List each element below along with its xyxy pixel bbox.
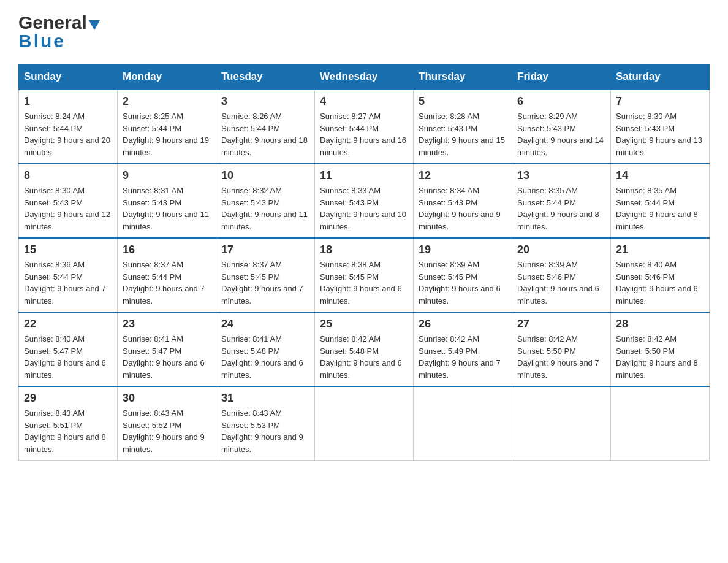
day-cell: 8Sunrise: 8:30 AMSunset: 5:43 PMDaylight… — [19, 164, 118, 238]
day-cell: 25Sunrise: 8:42 AMSunset: 5:48 PMDayligh… — [315, 312, 414, 386]
day-info: Sunrise: 8:28 AMSunset: 5:43 PMDaylight:… — [419, 110, 507, 158]
day-info: Sunrise: 8:43 AMSunset: 5:52 PMDaylight:… — [123, 407, 211, 455]
day-info: Sunrise: 8:40 AMSunset: 5:47 PMDaylight:… — [24, 333, 112, 381]
day-number: 13 — [517, 169, 605, 182]
day-number: 5 — [419, 95, 507, 108]
day-cell: 13Sunrise: 8:35 AMSunset: 5:44 PMDayligh… — [512, 164, 611, 238]
day-number: 27 — [517, 318, 605, 331]
day-cell: 15Sunrise: 8:36 AMSunset: 5:44 PMDayligh… — [19, 238, 118, 312]
day-cell — [611, 386, 710, 461]
day-cell: 23Sunrise: 8:41 AMSunset: 5:47 PMDayligh… — [118, 312, 216, 386]
day-info: Sunrise: 8:40 AMSunset: 5:46 PMDaylight:… — [616, 259, 704, 307]
day-info: Sunrise: 8:30 AMSunset: 5:43 PMDaylight:… — [24, 185, 112, 232]
day-cell: 30Sunrise: 8:43 AMSunset: 5:52 PMDayligh… — [118, 386, 216, 461]
day-cell: 16Sunrise: 8:37 AMSunset: 5:44 PMDayligh… — [118, 238, 216, 312]
day-info: Sunrise: 8:32 AMSunset: 5:43 PMDaylight:… — [221, 185, 309, 232]
day-info: Sunrise: 8:42 AMSunset: 5:49 PMDaylight:… — [419, 333, 507, 381]
week-row-1: 1Sunrise: 8:24 AMSunset: 5:44 PMDaylight… — [19, 90, 710, 164]
day-info: Sunrise: 8:30 AMSunset: 5:43 PMDaylight:… — [616, 110, 704, 158]
header-cell-monday: Monday — [118, 64, 216, 90]
logo-triangle-icon — [89, 20, 100, 30]
day-cell: 22Sunrise: 8:40 AMSunset: 5:47 PMDayligh… — [19, 312, 118, 386]
day-number: 14 — [616, 169, 704, 182]
day-cell: 2Sunrise: 8:25 AMSunset: 5:44 PMDaylight… — [118, 90, 216, 164]
day-cell — [512, 386, 611, 461]
day-cell: 20Sunrise: 8:39 AMSunset: 5:46 PMDayligh… — [512, 238, 611, 312]
day-info: Sunrise: 8:43 AMSunset: 5:53 PMDaylight:… — [221, 407, 309, 455]
day-cell — [414, 386, 512, 461]
day-number: 30 — [123, 392, 211, 405]
header-cell-tuesday: Tuesday — [216, 64, 315, 90]
day-info: Sunrise: 8:39 AMSunset: 5:46 PMDaylight:… — [517, 259, 605, 307]
day-info: Sunrise: 8:25 AMSunset: 5:44 PMDaylight:… — [123, 110, 211, 158]
header-cell-wednesday: Wednesday — [315, 64, 414, 90]
day-info: Sunrise: 8:41 AMSunset: 5:47 PMDaylight:… — [123, 333, 211, 381]
day-cell: 6Sunrise: 8:29 AMSunset: 5:43 PMDaylight… — [512, 90, 611, 164]
day-number: 1 — [24, 95, 112, 108]
day-number: 16 — [123, 243, 211, 256]
day-info: Sunrise: 8:33 AMSunset: 5:43 PMDaylight:… — [320, 185, 408, 232]
day-info: Sunrise: 8:35 AMSunset: 5:44 PMDaylight:… — [616, 185, 704, 232]
day-info: Sunrise: 8:27 AMSunset: 5:44 PMDaylight:… — [320, 110, 408, 158]
week-row-2: 8Sunrise: 8:30 AMSunset: 5:43 PMDaylight… — [19, 164, 710, 238]
header-cell-saturday: Saturday — [611, 64, 710, 90]
day-cell: 31Sunrise: 8:43 AMSunset: 5:53 PMDayligh… — [216, 386, 315, 461]
day-number: 2 — [123, 95, 211, 108]
day-info: Sunrise: 8:36 AMSunset: 5:44 PMDaylight:… — [24, 259, 112, 307]
week-row-3: 15Sunrise: 8:36 AMSunset: 5:44 PMDayligh… — [19, 238, 710, 312]
day-info: Sunrise: 8:34 AMSunset: 5:43 PMDaylight:… — [419, 185, 507, 232]
day-number: 29 — [24, 392, 112, 405]
day-number: 8 — [24, 169, 112, 182]
day-cell: 5Sunrise: 8:28 AMSunset: 5:43 PMDaylight… — [414, 90, 512, 164]
day-info: Sunrise: 8:42 AMSunset: 5:50 PMDaylight:… — [517, 333, 605, 381]
day-cell: 29Sunrise: 8:43 AMSunset: 5:51 PMDayligh… — [19, 386, 118, 461]
day-info: Sunrise: 8:42 AMSunset: 5:48 PMDaylight:… — [320, 333, 408, 381]
day-cell: 21Sunrise: 8:40 AMSunset: 5:46 PMDayligh… — [611, 238, 710, 312]
day-cell: 9Sunrise: 8:31 AMSunset: 5:43 PMDaylight… — [118, 164, 216, 238]
header-cell-sunday: Sunday — [19, 64, 118, 90]
day-number: 20 — [517, 243, 605, 256]
day-info: Sunrise: 8:37 AMSunset: 5:45 PMDaylight:… — [221, 259, 309, 307]
header-cell-friday: Friday — [512, 64, 611, 90]
day-cell: 7Sunrise: 8:30 AMSunset: 5:43 PMDaylight… — [611, 90, 710, 164]
day-number: 31 — [221, 392, 309, 405]
header-cell-thursday: Thursday — [414, 64, 512, 90]
day-number: 19 — [419, 243, 507, 256]
day-number: 21 — [616, 243, 704, 256]
day-info: Sunrise: 8:41 AMSunset: 5:48 PMDaylight:… — [221, 333, 309, 381]
day-info: Sunrise: 8:29 AMSunset: 5:43 PMDaylight:… — [517, 110, 605, 158]
day-number: 23 — [123, 318, 211, 331]
day-cell: 27Sunrise: 8:42 AMSunset: 5:50 PMDayligh… — [512, 312, 611, 386]
calendar-body: 1Sunrise: 8:24 AMSunset: 5:44 PMDaylight… — [19, 90, 710, 461]
day-cell: 12Sunrise: 8:34 AMSunset: 5:43 PMDayligh… — [414, 164, 512, 238]
logo-blue: Blue — [18, 31, 66, 52]
calendar-table: SundayMondayTuesdayWednesdayThursdayFrid… — [18, 64, 710, 461]
day-number: 11 — [320, 169, 408, 182]
week-row-5: 29Sunrise: 8:43 AMSunset: 5:51 PMDayligh… — [19, 386, 710, 461]
day-info: Sunrise: 8:35 AMSunset: 5:44 PMDaylight:… — [517, 185, 605, 232]
day-cell: 11Sunrise: 8:33 AMSunset: 5:43 PMDayligh… — [315, 164, 414, 238]
day-number: 12 — [419, 169, 507, 182]
day-number: 17 — [221, 243, 309, 256]
day-number: 25 — [320, 318, 408, 331]
day-cell: 19Sunrise: 8:39 AMSunset: 5:45 PMDayligh… — [414, 238, 512, 312]
day-cell: 24Sunrise: 8:41 AMSunset: 5:48 PMDayligh… — [216, 312, 315, 386]
day-info: Sunrise: 8:38 AMSunset: 5:45 PMDaylight:… — [320, 259, 408, 307]
day-number: 26 — [419, 318, 507, 331]
header-row: SundayMondayTuesdayWednesdayThursdayFrid… — [19, 64, 710, 90]
day-number: 6 — [517, 95, 605, 108]
day-cell: 14Sunrise: 8:35 AMSunset: 5:44 PMDayligh… — [611, 164, 710, 238]
day-info: Sunrise: 8:43 AMSunset: 5:51 PMDaylight:… — [24, 407, 112, 455]
day-number: 15 — [24, 243, 112, 256]
day-info: Sunrise: 8:31 AMSunset: 5:43 PMDaylight:… — [123, 185, 211, 232]
day-number: 10 — [221, 169, 309, 182]
day-cell: 18Sunrise: 8:38 AMSunset: 5:45 PMDayligh… — [315, 238, 414, 312]
day-info: Sunrise: 8:26 AMSunset: 5:44 PMDaylight:… — [221, 110, 309, 158]
day-number: 9 — [123, 169, 211, 182]
day-number: 4 — [320, 95, 408, 108]
day-cell: 4Sunrise: 8:27 AMSunset: 5:44 PMDaylight… — [315, 90, 414, 164]
day-cell: 10Sunrise: 8:32 AMSunset: 5:43 PMDayligh… — [216, 164, 315, 238]
day-number: 24 — [221, 318, 309, 331]
day-info: Sunrise: 8:37 AMSunset: 5:44 PMDaylight:… — [123, 259, 211, 307]
day-cell: 17Sunrise: 8:37 AMSunset: 5:45 PMDayligh… — [216, 238, 315, 312]
